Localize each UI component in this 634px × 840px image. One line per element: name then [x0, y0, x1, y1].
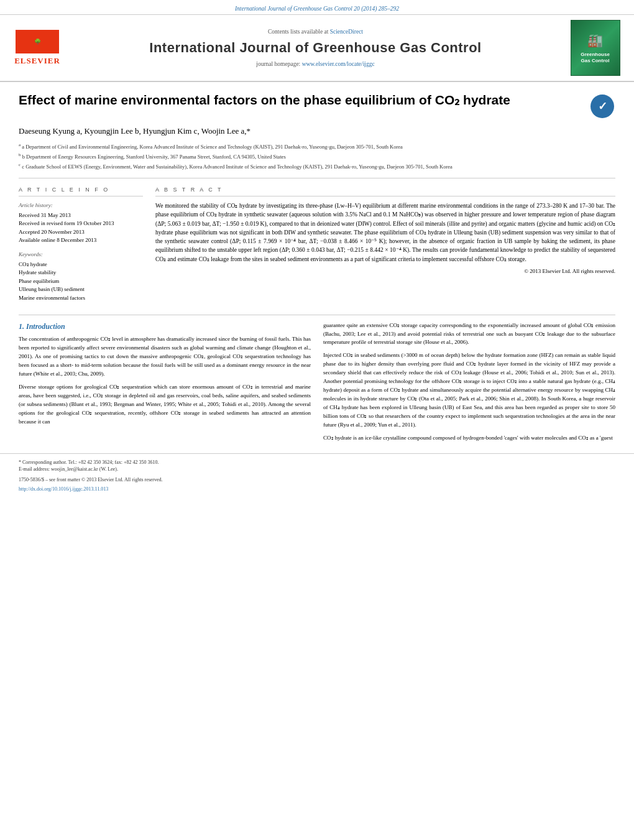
abstract-text: We monitored the stability of CO₂ hydrat… [155, 201, 615, 275]
right-para-2: Injected CO₂ in seabed sediments (>3000 … [323, 351, 615, 429]
right-column: guarantee quite an extensive CO₂ storage… [323, 321, 615, 447]
keyword-3: Phase equilibrium [19, 277, 143, 285]
authors-line: Daeseung Kyung a, Kyoungjin Lee b, Hyung… [19, 126, 615, 137]
footnote-area: * Corresponding author. Tel.: +82 42 350… [0, 453, 634, 496]
homepage-link[interactable]: www.elsevier.com/locate/ijggc [302, 61, 375, 67]
doi-line: http://dx.doi.org/10.1016/j.ijggc.2013.1… [19, 486, 615, 492]
article-title-text: Effect of marine environmental factors o… [19, 91, 584, 108]
right-para-1: guarantee quite an extensive CO₂ storage… [323, 321, 615, 348]
corresponding-author-note: * Corresponding author. Tel.: +82 42 350… [19, 459, 615, 466]
greenhouse-gas-logo: 🏭 Greenhouse Gas Control [569, 20, 622, 76]
article-info-label: A R T I C L E I N F O [19, 186, 143, 196]
elsevier-logo: 🌳 ELSEVIER [12, 30, 62, 67]
article-area: Effect of marine environmental factors o… [0, 82, 634, 314]
info-abstract-columns: A R T I C L E I N F O Article history: R… [19, 186, 615, 308]
elsevier-image: 🌳 [16, 30, 59, 53]
separator [19, 178, 615, 178]
affiliation-c: c c Graduate School of EEWS (Energy, Env… [19, 162, 615, 170]
greenhouse-icon: 🏭 [587, 32, 603, 49]
article-info-column: A R T I C L E I N F O Article history: R… [19, 186, 143, 308]
journal-title: International Journal of Greenhouse Gas … [62, 39, 569, 58]
body-separator [19, 315, 615, 315]
history-label: Article history: [19, 201, 143, 210]
email-note: E-mail address: woojin_lee@kaist.ac.kr (… [19, 466, 615, 473]
abstract-label: A B S T R A C T [155, 186, 615, 196]
intro-para-2: Diverse storage options for geological C… [19, 383, 311, 427]
journal-ref: International Journal of Greenhouse Gas … [235, 6, 399, 12]
right-para-3: CO₂ hydrate is an ice-like crystalline c… [323, 434, 615, 443]
available-date: Available online 8 December 2013 [19, 236, 143, 244]
logo-box: 🏭 Greenhouse Gas Control [571, 20, 620, 76]
keywords-label: Keywords: [19, 251, 143, 259]
affiliation-a: a a Department of Civil and Environmenta… [19, 142, 615, 150]
header-center: Contents lists available at ScienceDirec… [62, 28, 569, 68]
authors-text: Daeseung Kyung a, Kyoungjin Lee b, Hyung… [19, 126, 250, 136]
page-wrapper: International Journal of Greenhouse Gas … [0, 0, 634, 840]
article-title-block: Effect of marine environmental factors o… [19, 91, 615, 119]
homepage-line: journal homepage: www.elsevier.com/locat… [62, 60, 569, 68]
keywords-list: CO₂ hydrate Hydrate stability Phase equi… [19, 261, 143, 302]
copyright-notice: © 2013 Elsevier Ltd. All rights reserved… [155, 267, 615, 276]
intro-para-1: The concentration of anthropogenic CO₂ l… [19, 335, 311, 379]
keyword-4: Ulleung basin (UB) sediment [19, 285, 143, 293]
doi-link[interactable]: http://dx.doi.org/10.1016/j.ijggc.2013.1… [19, 486, 108, 492]
crossmark-icon: ✓ [598, 99, 607, 114]
introduction-heading: 1. Introduction [19, 321, 311, 332]
affiliation-b: b b Department of Energy Resources Engin… [19, 152, 615, 160]
article-history-group: Article history: Received 31 May 2013 Re… [19, 201, 143, 244]
main-body: 1. Introduction The concentration of ant… [0, 321, 634, 447]
issn-note: 1750-5836/$ – see front matter © 2013 El… [19, 476, 615, 483]
keywords-group: Keywords: CO₂ hydrate Hydrate stability … [19, 251, 143, 302]
abstract-column: A B S T R A C T We monitored the stabili… [155, 186, 615, 308]
top-bar: International Journal of Greenhouse Gas … [0, 0, 634, 15]
logo-text: Greenhouse Gas Control [581, 52, 610, 65]
accepted-date: Accepted 20 November 2013 [19, 228, 143, 236]
received-revised-date: Received in revised form 19 October 2013 [19, 219, 143, 228]
crossmark-badge: ✓ [590, 95, 615, 119]
journal-header: 🌳 ELSEVIER Contents lists available at S… [0, 15, 634, 82]
keyword-5: Marine environmental factors [19, 294, 143, 302]
elsevier-label: ELSEVIER [14, 55, 60, 67]
sciencedirect-link[interactable]: ScienceDirect [330, 29, 363, 35]
elsevier-tree-icon: 🌳 [34, 38, 41, 46]
introduction-column: 1. Introduction The concentration of ant… [19, 321, 311, 447]
received-date: Received 31 May 2013 [19, 211, 143, 219]
keyword-1: CO₂ hydrate [19, 261, 143, 269]
keyword-2: Hydrate stability [19, 269, 143, 277]
contents-line: Contents lists available at ScienceDirec… [62, 28, 569, 36]
crossmark-inner: ✓ [590, 95, 614, 118]
